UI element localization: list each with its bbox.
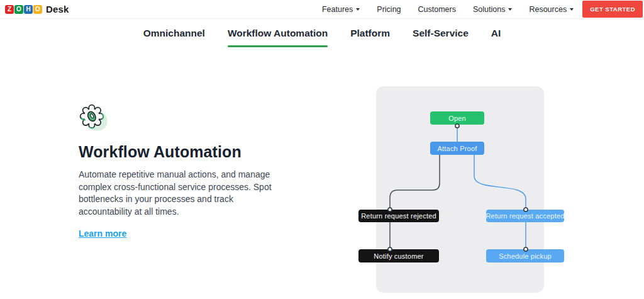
top-header: Z O H O Desk Features Pricing Customers … (0, 0, 644, 19)
zoho-desk-logo[interactable]: Z O H O Desk (5, 4, 69, 14)
chevron-down-icon (570, 8, 574, 11)
workflow-diagram: Open Attach Proof Return request rejecte… (352, 82, 572, 296)
nav-item-customers[interactable]: Customers (418, 5, 456, 14)
feature-description: Automate repetitive manual actions, and … (79, 169, 289, 218)
get-started-button[interactable]: GET STARTED (582, 1, 643, 18)
nav-item-label: Features (322, 5, 353, 14)
logo-letter-o1: O (14, 5, 23, 14)
nav-item-features[interactable]: Features (322, 5, 360, 14)
learn-more-link[interactable]: Learn more (79, 228, 126, 239)
nav-item-label: Resources (529, 5, 567, 14)
gear-icon (77, 102, 110, 133)
logo-letter-o2: O (33, 5, 42, 14)
zoho-logo-icon: Z O H O (5, 5, 42, 14)
nav-item-label: Pricing (377, 5, 401, 14)
flow-node-return-rejected[interactable]: Return request rejected (358, 210, 439, 222)
chevron-down-icon (356, 8, 360, 11)
zoho-desk-page: Z O H O Desk Features Pricing Customers … (0, 0, 644, 299)
tab-workflow-automation[interactable]: Workflow Automation (228, 25, 328, 42)
flow-node-schedule-pickup[interactable]: Schedule pickup (486, 249, 564, 262)
logo-letter-h: H (24, 5, 33, 14)
nav-item-solutions[interactable]: Solutions (473, 5, 512, 14)
tab-platform[interactable]: Platform (350, 25, 390, 42)
chevron-down-icon (508, 8, 512, 11)
page-title: Workflow Automation (79, 143, 292, 161)
flow-node-return-accepted[interactable]: Return request accepted (486, 210, 564, 222)
nav-item-label: Solutions (473, 5, 505, 14)
feature-section: Workflow Automation Automate repetitive … (79, 102, 292, 239)
tab-ai[interactable]: AI (491, 25, 501, 42)
nav-item-pricing[interactable]: Pricing (377, 5, 401, 14)
product-name: Desk (46, 4, 69, 14)
tab-self-service[interactable]: Self-Service (413, 25, 469, 42)
nav-item-resources[interactable]: Resources (529, 5, 574, 14)
nav-item-label: Customers (418, 5, 456, 14)
flow-node-attach-proof[interactable]: Attach Proof (430, 142, 484, 155)
flow-node-open[interactable]: Open (430, 111, 484, 125)
tab-omnichannel[interactable]: Omnichannel (143, 25, 205, 42)
top-navigation: Features Pricing Customers Solutions Res… (322, 5, 574, 14)
flow-node-notify-customer[interactable]: Notify customer (358, 249, 439, 262)
feature-tabs: Omnichannel Workflow Automation Platform… (0, 19, 644, 48)
logo-letter-z: Z (5, 5, 14, 14)
